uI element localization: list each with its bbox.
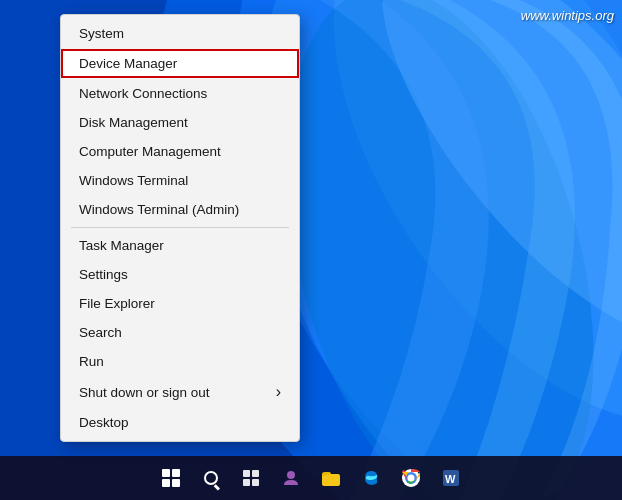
edge-icon [361,468,381,488]
menu-item-label-settings: Settings [79,267,128,282]
edge-button[interactable] [353,460,389,496]
menu-item-windows-terminal[interactable]: Windows Terminal [61,166,299,195]
svg-point-15 [408,475,415,482]
menu-item-label-task-manager: Task Manager [79,238,164,253]
svg-rect-9 [243,479,250,486]
menu-item-device-manager[interactable]: Device Manager [61,49,299,78]
svg-text:W: W [445,473,456,485]
submenu-arrow-icon: › [276,383,281,401]
chrome-button[interactable] [393,460,429,496]
windows-logo-icon [162,469,180,487]
menu-item-search[interactable]: Search [61,318,299,347]
menu-item-label-disk-management: Disk Management [79,115,188,130]
menu-item-computer-management[interactable]: Computer Management [61,137,299,166]
menu-item-label-run: Run [79,354,104,369]
svg-point-11 [287,471,295,479]
menu-item-task-manager[interactable]: Task Manager [61,231,299,260]
menu-item-label-file-explorer: File Explorer [79,296,155,311]
search-icon [204,471,218,485]
svg-rect-8 [252,470,259,477]
file-explorer-icon [321,469,341,487]
menu-item-settings[interactable]: Settings [61,260,299,289]
task-view-icon [242,469,260,487]
menu-item-system[interactable]: System [61,19,299,48]
word-icon: W [441,468,461,488]
watermark: www.wintips.org [521,8,614,23]
menu-item-file-explorer[interactable]: File Explorer [61,289,299,318]
svg-rect-10 [252,479,259,486]
taskbar: W [0,456,622,500]
menu-item-network-connections[interactable]: Network Connections [61,79,299,108]
menu-item-label-windows-terminal-admin: Windows Terminal (Admin) [79,202,239,217]
menu-item-label-shut-down: Shut down or sign out [79,385,210,400]
svg-rect-12 [322,474,340,486]
menu-item-label-search: Search [79,325,122,340]
menu-item-label-device-manager: Device Manager [79,56,177,71]
menu-separator [71,227,289,228]
menu-item-disk-management[interactable]: Disk Management [61,108,299,137]
menu-item-label-windows-terminal: Windows Terminal [79,173,188,188]
menu-item-run[interactable]: Run [61,347,299,376]
menu-item-windows-terminal-admin[interactable]: Windows Terminal (Admin) [61,195,299,224]
menu-item-label-system: System [79,26,124,41]
task-view-button[interactable] [233,460,269,496]
svg-rect-7 [243,470,250,477]
context-menu: SystemDevice ManagerNetwork ConnectionsD… [60,14,300,442]
menu-item-label-computer-management: Computer Management [79,144,221,159]
menu-item-label-desktop: Desktop [79,415,129,430]
taskbar-search-button[interactable] [193,460,229,496]
start-button[interactable] [153,460,189,496]
menu-item-shut-down[interactable]: Shut down or sign out› [61,376,299,408]
menu-item-desktop[interactable]: Desktop [61,408,299,437]
teams-button[interactable] [273,460,309,496]
word-button[interactable]: W [433,460,469,496]
desktop: www.wintips.org SystemDevice ManagerNetw… [0,0,622,500]
menu-item-label-network-connections: Network Connections [79,86,207,101]
chrome-icon [401,468,421,488]
teams-icon [281,468,301,488]
file-explorer-button[interactable] [313,460,349,496]
